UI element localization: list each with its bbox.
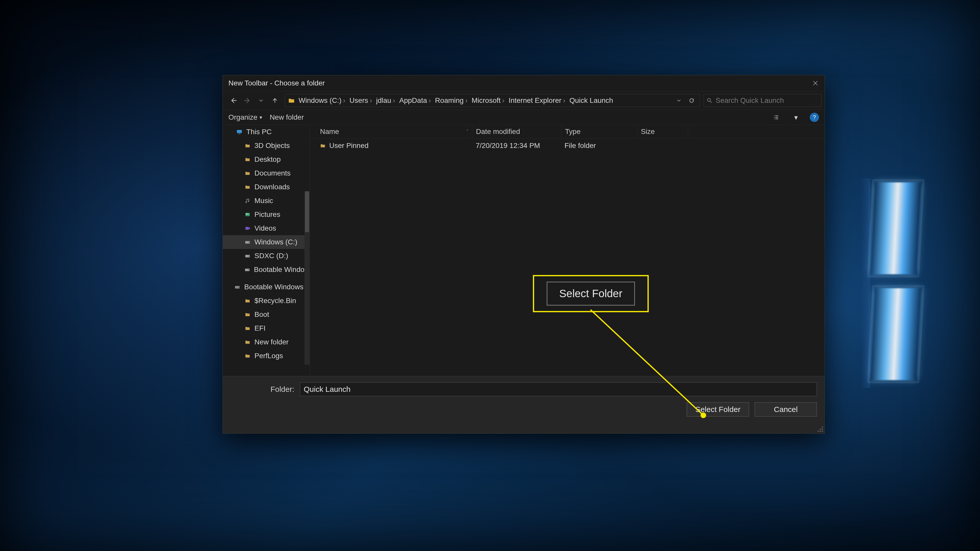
tree-label: $Recycle.Bin	[255, 297, 296, 305]
item-icon	[244, 169, 251, 177]
item-icon	[244, 183, 251, 191]
column-headers[interactable]: Name˄ Date modified Type Size	[310, 125, 824, 138]
new-folder-button[interactable]: New folder	[270, 113, 304, 121]
breadcrumb-segment[interactable]: Internet Explorer›	[507, 97, 567, 105]
tree-label: Pictures	[255, 210, 280, 219]
folder-icon	[244, 324, 251, 332]
resize-grip[interactable]	[817, 426, 824, 432]
tree-scrollbar[interactable]	[304, 191, 310, 365]
breadcrumb-segment[interactable]: Users›	[348, 97, 373, 105]
tree-item[interactable]: Windows (C:)	[223, 235, 310, 249]
item-icon	[244, 266, 251, 273]
tree-label: Bootable Windows	[244, 283, 304, 291]
tree-item[interactable]: $Recycle.Bin	[223, 294, 310, 308]
view-options-button[interactable]	[770, 111, 782, 124]
chevron-down-icon	[676, 98, 681, 103]
breadcrumb-segment[interactable]: Roaming›	[434, 97, 469, 105]
address-dropdown[interactable]	[673, 94, 685, 106]
arrow-left-icon	[230, 97, 237, 104]
item-icon	[244, 224, 251, 232]
desktop-decoration	[801, 0, 980, 551]
annotation-label: Select Folder	[547, 282, 635, 306]
item-icon	[244, 142, 251, 149]
file-list[interactable]: Name˄ Date modified Type Size User Pinne…	[310, 125, 824, 376]
pc-icon	[235, 128, 243, 136]
refresh-button[interactable]	[686, 94, 698, 106]
up-button[interactable]	[269, 94, 281, 106]
breadcrumb-segment[interactable]: Quick Launch	[568, 97, 614, 105]
history-dropdown[interactable]	[255, 94, 267, 106]
folder-icon	[244, 297, 251, 305]
tree-label: New folder	[255, 338, 289, 346]
tree-item[interactable]: Pictures	[223, 208, 310, 221]
view-dropdown[interactable]: ▾	[790, 111, 802, 124]
window-title: New Toolbar - Choose a folder	[228, 79, 806, 87]
col-type[interactable]: Type	[562, 125, 637, 138]
tree-item[interactable]: Videos	[223, 221, 310, 235]
col-size[interactable]: Size	[637, 125, 688, 138]
svg-point-13	[239, 287, 239, 288]
tree-label: 3D Objects	[255, 141, 290, 150]
search-box[interactable]	[703, 94, 821, 107]
tree-item[interactable]: Music	[223, 194, 310, 208]
tree-label: Desktop	[255, 156, 281, 164]
svg-point-11	[248, 270, 249, 270]
svg-point-0	[708, 98, 711, 102]
tree-item[interactable]: PerfLogs	[223, 349, 310, 363]
cancel-button[interactable]: Cancel	[755, 402, 817, 416]
nav-tree[interactable]: This PC 3D Objects Desktop Documents Dow…	[223, 125, 310, 376]
breadcrumb-segment[interactable]: Windows (C:)›	[297, 97, 347, 105]
tree-item[interactable]: EFI	[223, 321, 310, 335]
address-bar[interactable]: Windows (C:)› Users› jdlau› AppData› Roa…	[285, 94, 700, 107]
col-name[interactable]: Name˄	[310, 125, 473, 138]
folder-icon	[244, 311, 251, 318]
help-button[interactable]: ?	[810, 113, 819, 122]
view-list-icon	[773, 114, 779, 121]
svg-point-7	[249, 242, 250, 243]
search-input[interactable]	[715, 96, 819, 105]
scrollbar-thumb[interactable]	[305, 191, 309, 232]
item-icon	[244, 211, 251, 218]
tree-item[interactable]: SDXC (D:)	[223, 249, 310, 263]
annotation-dot	[700, 413, 706, 418]
tree-item[interactable]: 3D Objects	[223, 139, 310, 152]
close-button[interactable]	[806, 75, 824, 91]
caret-down-icon: ▾	[259, 114, 262, 121]
close-icon	[812, 80, 818, 86]
tree-item[interactable]: New folder	[223, 335, 310, 349]
tree-label: Downloads	[255, 183, 290, 191]
folder-picker-dialog: New Toolbar - Choose a folder Windows (C…	[223, 75, 825, 433]
organize-menu[interactable]: Organize▾	[228, 113, 262, 121]
item-icon	[244, 238, 251, 246]
folder-icon	[287, 96, 296, 105]
svg-rect-2	[239, 134, 241, 134]
tree-label: Bootable Window	[254, 265, 310, 274]
breadcrumb-segment[interactable]: AppData›	[398, 97, 432, 105]
tree-item[interactable]: Boot	[223, 308, 310, 321]
file-row[interactable]: User Pinned 7/20/2019 12:34 PM File fold…	[310, 138, 824, 153]
breadcrumb-segment[interactable]: jdlau›	[375, 97, 397, 105]
back-button[interactable]	[228, 94, 240, 106]
forward-button[interactable]	[241, 94, 253, 106]
tree-root-this-pc[interactable]: This PC	[223, 125, 310, 139]
tree-item[interactable]: Downloads	[223, 180, 310, 194]
arrow-right-icon	[244, 97, 251, 104]
sort-asc-icon: ˄	[466, 129, 469, 135]
search-icon	[706, 97, 713, 103]
titlebar[interactable]: New Toolbar - Choose a folder	[223, 75, 824, 91]
tree-label: Documents	[255, 169, 291, 177]
svg-rect-5	[245, 227, 249, 230]
refresh-icon	[689, 98, 694, 103]
folder-icon	[244, 338, 251, 346]
item-icon	[244, 197, 251, 205]
tree-item[interactable]: Desktop	[223, 152, 310, 166]
tree-root-bootable[interactable]: Bootable Windows	[223, 280, 310, 294]
folder-name-input[interactable]	[300, 383, 817, 396]
tree-label: Music	[255, 197, 273, 205]
breadcrumb-segment[interactable]: Microsoft›	[470, 97, 506, 105]
dialog-footer: Folder: Select Folder Cancel	[223, 376, 824, 433]
tree-item[interactable]: Bootable Window	[223, 263, 310, 276]
col-date[interactable]: Date modified	[473, 125, 562, 138]
select-folder-button[interactable]: Select Folder	[687, 402, 749, 416]
tree-item[interactable]: Documents	[223, 166, 310, 180]
